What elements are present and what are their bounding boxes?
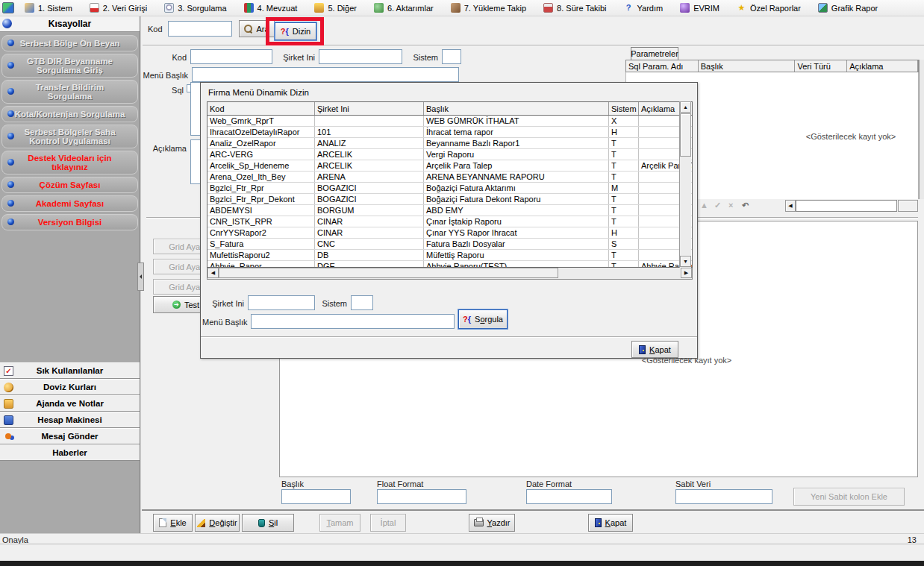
tamam-label: Tamam bbox=[326, 518, 353, 527]
menu-item-evrim[interactable]: EVRIM bbox=[672, 0, 729, 16]
cancel-icon[interactable]: × bbox=[728, 201, 733, 210]
ekle-button[interactable]: Ekle bbox=[153, 514, 193, 532]
menu-item-5-di-er[interactable]: 5. Diğer bbox=[307, 0, 366, 16]
dialog-horizontal-scrollbar[interactable]: ◀ ▶ bbox=[207, 268, 693, 280]
scroll-left-button[interactable]: ◀ bbox=[207, 268, 219, 278]
menu-item-1-sistem[interactable]: 1. Sistem bbox=[17, 0, 82, 16]
panel-label: Hesap Makinesi bbox=[37, 415, 102, 424]
tab-parametreler[interactable]: Parametreler bbox=[631, 47, 678, 60]
column-header-irket-ini[interactable]: Şirket Ini bbox=[315, 102, 424, 115]
scroll-left-button[interactable]: ◀ bbox=[785, 200, 796, 212]
yazdir-button[interactable]: Yazdır bbox=[469, 514, 515, 532]
table-row[interactable]: Bgzlci_Ftr_Rpr_DekontBOGAZICIBoğaziçi Fa… bbox=[207, 194, 693, 205]
menu-item-grafik-rapor[interactable]: Grafik Rapor bbox=[811, 0, 887, 16]
refresh-icon[interactable]: ↶ bbox=[742, 201, 749, 210]
sil-button[interactable]: Sil bbox=[242, 514, 294, 532]
menu-item-label: Grafik Rapor bbox=[831, 4, 878, 13]
horizontal-scroll-thumb[interactable] bbox=[219, 268, 558, 278]
menu-baslik-input[interactable] bbox=[192, 67, 459, 82]
sidebar-item-z-m-sayfas[interactable]: Çözüm Sayfası bbox=[1, 177, 138, 193]
iptal-button[interactable]: İptal bbox=[370, 514, 406, 532]
menu-item-7-y-kleme-takip[interactable]: 7. Yükleme Takip bbox=[443, 0, 536, 16]
table-row[interactable]: ARC-VERGARCELIKVergi RaporuT bbox=[207, 149, 693, 160]
dialog-kapat-button[interactable]: Kapat bbox=[631, 341, 678, 358]
sidebar-item-versiyon-bilgisi[interactable]: Versiyon Bilgisi bbox=[1, 214, 138, 230]
table-row[interactable]: Arcelik_Sp_HdenemeARCELIKArçelik Para Ta… bbox=[207, 160, 693, 172]
table-row[interactable]: S_FaturaCNCFatura Bazlı DosyalarS bbox=[207, 239, 693, 250]
degistir-button[interactable]: Değiştir bbox=[195, 514, 240, 532]
scroll-down-button[interactable]: ▼ bbox=[680, 256, 691, 267]
scroll-right-button[interactable]: ▶ bbox=[681, 268, 692, 278]
kod-search-input[interactable] bbox=[168, 21, 232, 37]
column-header-ba-l-k[interactable]: Başlık bbox=[424, 102, 609, 115]
yeni-sabit-kolon-ekle-button[interactable]: Yeni Sabit kolon Ekle bbox=[793, 488, 905, 506]
door-icon bbox=[595, 518, 602, 527]
float-format-input[interactable] bbox=[377, 489, 466, 504]
vertical-scroll-thumb[interactable] bbox=[680, 113, 691, 157]
icon-calculator bbox=[4, 415, 13, 425]
shortcuts-icon[interactable] bbox=[2, 19, 12, 28]
baslik-input[interactable] bbox=[281, 489, 351, 504]
scroll-up-button[interactable]: ▲ bbox=[680, 101, 691, 113]
first-record-icon[interactable]: ▲ bbox=[700, 201, 708, 210]
panel-hesap-makinesi[interactable]: Hesap Makinesi bbox=[0, 412, 140, 428]
table-row[interactable]: MufettisRaporu2DBMüfettiş RaporuT bbox=[207, 250, 693, 261]
params-column-a-klama[interactable]: Açıklama bbox=[847, 60, 918, 72]
menu-item-3-sorgulama[interactable]: 3. Sorgulama bbox=[157, 0, 236, 16]
sidebar-item-transfer-bildirim-sorgulama[interactable]: Transfer Bildirim Sorgulama bbox=[1, 80, 138, 104]
horizontal-scroll-track[interactable] bbox=[796, 200, 897, 212]
params-vertical-scrollbar[interactable] bbox=[919, 60, 924, 199]
panel-doviz-kurlar[interactable]: Doviz Kurları bbox=[0, 379, 140, 395]
table-row[interactable]: Ahbvie_RaporDGEAhbvie Raporu(TEST)TAhbvi… bbox=[207, 261, 693, 268]
sidebar-item-destek-videolar-i-in-t-klay-n-z[interactable]: Destek Videoları için tıklayınız bbox=[1, 151, 138, 174]
ara-button[interactable]: Ara bbox=[239, 20, 275, 37]
table-row[interactable]: Arena_Ozel_Ith_BeyARENAARENA BEYANNAME R… bbox=[207, 172, 693, 183]
menu-item-2-veri-giri-i[interactable]: 2. Veri Girişi bbox=[82, 0, 157, 16]
menu-item-label: 6. Aktarımlar bbox=[387, 4, 434, 13]
table-row[interactable]: Bgzlci_Ftr_RprBOGAZICIBoğaziçi Fatura Ak… bbox=[207, 183, 693, 194]
kod-form-input[interactable] bbox=[190, 49, 272, 64]
panel-mesaj-g-nder[interactable]: Mesaj Gönder bbox=[0, 428, 140, 444]
dialog-vertical-scrollbar[interactable]: ▲ ▼ bbox=[679, 101, 691, 268]
menu-item-4-mevzuat[interactable]: 4. Mevzuat bbox=[237, 0, 308, 16]
table-row[interactable]: ABDEMYSIBORGUMABD EMYT bbox=[207, 205, 693, 216]
sidebar-item-akademi-sayfas[interactable]: Akademi Sayfası bbox=[1, 195, 138, 212]
column-header-kod[interactable]: Kod bbox=[207, 102, 315, 115]
params-column-sql-param-ad[interactable]: Sql Param. Adı bbox=[626, 60, 699, 72]
scroll-corner-button[interactable] bbox=[898, 200, 918, 212]
menu-item-6-aktar-mlar[interactable]: 6. Aktarımlar bbox=[366, 0, 443, 16]
table-cell: T bbox=[609, 160, 639, 171]
dialog-sistem-input[interactable] bbox=[351, 295, 373, 310]
kapat-main-button[interactable]: Kapat bbox=[588, 514, 633, 532]
tamam-button[interactable]: Tamam bbox=[319, 514, 360, 532]
table-cell: ARCELIK bbox=[315, 149, 424, 160]
collapse-sidebar-chevron[interactable] bbox=[137, 262, 144, 291]
dialog-menu-baslik-input[interactable] bbox=[251, 314, 455, 329]
params-column-ba-l-k[interactable]: Başlık bbox=[699, 60, 796, 72]
menu-item-zel-raporlar[interactable]: Özel Raporlar bbox=[729, 0, 811, 16]
panel-ajanda-ve-notlar[interactable]: Ajanda ve Notlar bbox=[0, 395, 140, 412]
params-column-veri-t-r[interactable]: Veri Türü bbox=[795, 60, 847, 72]
sidebar-item-serbest-b-lgeler-saha-kontrol-uygulamas[interactable]: Serbest Bölgeler Saha Kontrol Uygulaması bbox=[1, 125, 138, 148]
sidebar-item-serbest-b-lge-n-beyan[interactable]: Serbest Bölge Ön Beyan bbox=[1, 35, 138, 51]
table-row[interactable]: IhracatOzelDetaylıRapor101İhracat tema r… bbox=[207, 127, 693, 138]
sabit-veri-input[interactable] bbox=[675, 489, 772, 504]
panel-s-k-kullan-lanlar[interactable]: Sık Kullanılanlar bbox=[0, 362, 140, 379]
dialog-sirket-ini-input[interactable] bbox=[248, 295, 315, 310]
dizin-button[interactable]: Dizin bbox=[275, 22, 316, 40]
menu-item-yard-m[interactable]: Yardım bbox=[616, 0, 673, 16]
menu-item-8-s-re-takibi[interactable]: 8. Süre Takibi bbox=[536, 0, 616, 16]
table-row[interactable]: CNR_ISTK_RPRCINARÇınar İştakip RaporuT bbox=[207, 216, 693, 227]
panel-haberler[interactable]: Haberler bbox=[0, 444, 140, 461]
sistem-input[interactable] bbox=[442, 49, 461, 64]
accept-icon[interactable]: ✓ bbox=[714, 201, 721, 210]
sidebar-item-gtb-dir-beyanname-sorgulama-giri[interactable]: GTB DIR Beyanname Sorgulama Giriş bbox=[1, 54, 138, 78]
column-header-sistem[interactable]: Sistem bbox=[609, 102, 639, 115]
date-format-input[interactable] bbox=[526, 489, 612, 504]
sorgula-button[interactable]: Sorgula bbox=[458, 309, 508, 329]
table-row[interactable]: CnrYYSRapor2CINARÇınar YYS Rapor Ihracat… bbox=[207, 227, 693, 239]
sirket-ini-input[interactable] bbox=[319, 49, 402, 64]
sidebar-item-kota-kontenjan-sorgulama[interactable]: Kota/Kontenjan Sorgulama bbox=[1, 106, 138, 122]
table-row[interactable]: Web_Gmrk_RprTWEB GÜMRÜK İTHALATX bbox=[207, 116, 693, 127]
table-row[interactable]: Analiz_OzelRaporANALIZBeyanname Bazlı Ra… bbox=[207, 138, 693, 149]
